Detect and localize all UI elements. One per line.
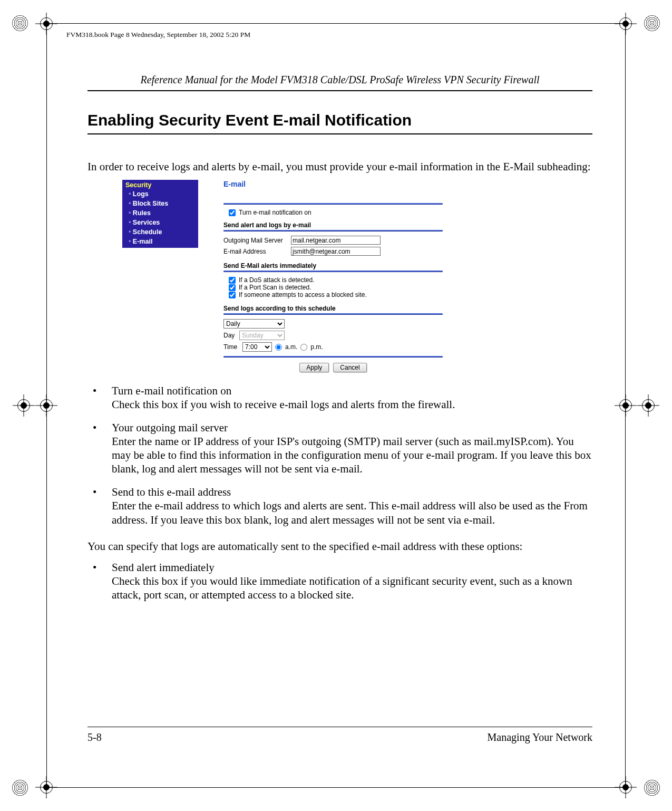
sidebar-item-logs[interactable]: Logs	[122, 190, 198, 199]
bullet-lead: Send to this e-mail address	[112, 485, 592, 499]
crop-mark	[644, 15, 660, 32]
page-footer: 5-8 Managing Your Network	[87, 727, 592, 744]
bullet-lead: Your outgoing mail server	[112, 421, 592, 435]
bullet-list: Send alert immediatelyCheck this box if …	[87, 561, 592, 611]
pm-radio[interactable]	[300, 344, 307, 351]
alert-dos-checkbox[interactable]	[229, 277, 236, 284]
turn-on-label: Turn e-mail notification on	[239, 209, 311, 216]
figure: Security Logs Block Sites Rules Services…	[122, 180, 592, 372]
list-item: Send to this e-mail addressEnter the e-m…	[87, 485, 592, 536]
header-slug: FVM318.book Page 8 Wednesday, September …	[66, 31, 250, 39]
alert-dos-label: If a DoS attack is detected.	[239, 276, 314, 284]
footer-chapter: Managing Your Network	[488, 731, 592, 744]
schedule-select[interactable]: Daily	[223, 319, 285, 329]
sidebar-heading: Security	[122, 181, 198, 190]
day-label: Day	[223, 332, 239, 339]
email-input[interactable]	[291, 247, 381, 256]
register-mark	[16, 398, 32, 413]
divider	[223, 313, 443, 315]
panel-title: E-mail	[223, 180, 443, 188]
divider	[223, 203, 443, 205]
bullet-body: Enter the name or IP address of your ISP…	[112, 435, 592, 476]
outgoing-label: Outgoing Mail Server	[223, 237, 291, 244]
bullet-body: Check this box if you would like immedia…	[112, 574, 592, 602]
register-mark	[618, 398, 634, 413]
sidebar-item-rules[interactable]: Rules	[122, 209, 198, 218]
running-head: Reference Manual for the Model FVM318 Ca…	[87, 74, 592, 91]
frame-line	[49, 787, 623, 788]
divider	[223, 356, 443, 358]
page-number: 5-8	[87, 731, 102, 744]
register-mark	[618, 16, 634, 32]
section-title: Enabling Security Event E-mail Notificat…	[87, 111, 592, 134]
cancel-button[interactable]: Cancel	[333, 363, 366, 372]
bullet-lead: Turn e-mail notification on	[112, 384, 592, 398]
crop-mark	[644, 779, 660, 796]
apply-button[interactable]: Apply	[299, 363, 329, 372]
divider	[223, 230, 443, 231]
outgoing-input[interactable]	[291, 236, 381, 245]
list-item: Your outgoing mail serverEnter the name …	[87, 421, 592, 485]
group-send-alert-logs: Send alert and logs by e-mail	[223, 221, 443, 229]
frame-line	[46, 26, 47, 785]
alert-portscan-checkbox[interactable]	[229, 284, 236, 291]
list-item: Send alert immediatelyCheck this box if …	[87, 561, 592, 611]
crop-mark	[12, 15, 28, 32]
sidebar-item-schedule[interactable]: Schedule	[122, 228, 198, 237]
time-label: Time	[223, 343, 239, 351]
day-select: Sunday	[239, 331, 285, 340]
bullet-list: Turn e-mail notification onCheck this bo…	[87, 384, 592, 536]
sidebar-item-email[interactable]: E-mail	[122, 237, 198, 247]
sidebar: Security Logs Block Sites Rules Services…	[122, 180, 198, 248]
time-select[interactable]: 7:00	[242, 342, 272, 352]
am-radio[interactable]	[275, 344, 282, 351]
intro-paragraph: In order to receive logs and alerts by e…	[87, 160, 592, 173]
divider	[223, 271, 443, 272]
email-label: E-mail Address	[223, 248, 291, 255]
mid-paragraph: You can specify that logs are automatica…	[87, 539, 592, 553]
bullet-lead: Send alert immediately	[112, 561, 592, 574]
list-item: Turn e-mail notification onCheck this bo…	[87, 384, 592, 421]
group-schedule: Send logs according to this schedule	[223, 305, 443, 312]
group-send-alerts-immediately: Send E-Mail alerts immediately	[223, 262, 443, 269]
email-form: E-mail Turn e-mail notification on Send …	[223, 180, 443, 372]
sidebar-item-services[interactable]: Services	[122, 218, 198, 228]
turn-on-checkbox[interactable]	[229, 209, 236, 216]
alert-blocked-checkbox[interactable]	[229, 292, 236, 298]
bullet-body: Enter the e-mail address to which logs a…	[112, 499, 592, 526]
pm-label: p.m.	[310, 343, 323, 351]
alert-blocked-label: If someone attempts to access a blocked …	[239, 291, 367, 298]
alert-portscan-label: If a Port Scan is detected.	[239, 284, 311, 291]
am-label: a.m.	[285, 343, 297, 351]
frame-line	[49, 23, 623, 24]
register-mark	[640, 398, 656, 413]
sidebar-item-block-sites[interactable]: Block Sites	[122, 199, 198, 209]
frame-line	[625, 26, 626, 785]
bullet-body: Check this box if you wish to receive e-…	[112, 398, 592, 411]
crop-mark	[12, 779, 28, 796]
